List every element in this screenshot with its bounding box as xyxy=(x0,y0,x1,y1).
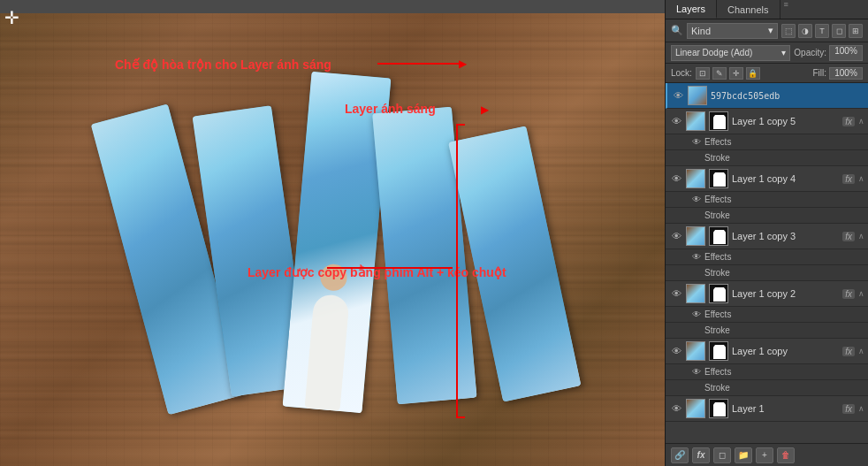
fx-badge-layer1: fx xyxy=(842,404,855,414)
layer-row-copy5[interactable]: 👁 Layer 1 copy 5 fx ∧ xyxy=(666,109,868,134)
panel-menu-icon[interactable]: ≡ xyxy=(784,0,788,19)
effects-eye-copy1[interactable]: 👁 xyxy=(692,367,701,377)
collapse-arrow-copy2[interactable]: ∧ xyxy=(858,289,864,298)
layer-row-copy2[interactable]: 👁 Layer 1 copy 2 fx ∧ xyxy=(666,281,868,307)
dropdown-arrow-icon: ▾ xyxy=(768,25,773,36)
layers-list: 👁 597bcdc505edb 👁 Layer 1 copy 5 fx ∧ 👁 … xyxy=(666,83,868,443)
layer-mask-copy4 xyxy=(709,169,728,188)
smart-filter-icon[interactable]: ⊞ xyxy=(849,24,863,38)
layer-row-copy4[interactable]: 👁 Layer 1 copy 4 fx ∧ xyxy=(666,166,868,192)
visibility-icon-copy3[interactable]: 👁 xyxy=(669,229,683,243)
layer-row-597[interactable]: 👁 597bcdc505edb xyxy=(666,83,868,109)
add-mask-button[interactable]: ◻ xyxy=(713,447,731,463)
layer-name-copy1: Layer 1 copy xyxy=(732,346,842,356)
pixel-filter-icon[interactable]: ⬚ xyxy=(781,24,796,38)
stroke-item-copy3[interactable]: Stroke xyxy=(666,265,868,281)
add-layer-style-button[interactable]: fx xyxy=(692,447,710,463)
search-icon: 🔍 xyxy=(671,25,683,36)
fx-badge-copy1: fx xyxy=(842,347,855,356)
visibility-icon-copy4[interactable]: 👁 xyxy=(669,172,683,186)
visibility-icon-copy1[interactable]: 👁 xyxy=(669,344,683,358)
collapse-arrow-copy3[interactable]: ∧ xyxy=(858,232,864,241)
visibility-icon-copy5[interactable]: 👁 xyxy=(669,114,683,128)
layer-name-copy2: Layer 1 copy 2 xyxy=(732,288,842,299)
lock-bar: Lock: ⊡ ✎ ✛ 🔒 Fill: 100% xyxy=(666,64,868,83)
layer-name-copy5: Layer 1 copy 5 xyxy=(732,116,842,126)
layers-bottom-toolbar: 🔗 fx ◻ 📁 + 🗑 xyxy=(666,443,868,466)
arrow-copy-to-brace xyxy=(327,267,453,269)
effects-item-copy2[interactable]: 👁 Effects xyxy=(666,307,868,323)
collapse-arrow-copy5[interactable]: ∧ xyxy=(858,117,864,126)
effects-eye-copy5[interactable]: 👁 xyxy=(692,137,701,147)
brace-copy-layers xyxy=(456,124,458,418)
collapse-arrow-layer1[interactable]: ∧ xyxy=(858,404,864,413)
layer-mask-copy5 xyxy=(709,111,728,131)
stroke-item-copy4[interactable]: Stroke xyxy=(666,208,868,224)
fx-badge-copy2: fx xyxy=(842,289,855,299)
delete-layer-button[interactable]: 🗑 xyxy=(777,447,795,463)
tab-channels[interactable]: Channels xyxy=(717,0,780,19)
type-filter-icon[interactable]: T xyxy=(815,24,829,38)
lock-icons-group: ⊡ ✎ ✛ 🔒 xyxy=(696,67,810,80)
canvas-area: ✛ xyxy=(0,0,665,466)
lock-position[interactable]: ✛ xyxy=(729,67,743,80)
filter-bar: 🔍 Kind ▾ ⬚ ◑ T ◻ ⊞ xyxy=(666,19,868,42)
layer-thumb-layer1 xyxy=(686,399,705,418)
layer-name-copy3: Layer 1 copy 3 xyxy=(732,231,842,241)
opacity-section: Opacity: 100% xyxy=(794,45,863,61)
layer-thumb-597 xyxy=(688,86,707,105)
panel-tabs: Layers Channels ≡ xyxy=(666,0,868,19)
layer-name-layer1: Layer 1 xyxy=(732,403,842,414)
opacity-input[interactable]: 100% xyxy=(829,45,863,61)
shape-filter-icon[interactable]: ◻ xyxy=(832,24,846,38)
new-layer-button[interactable]: + xyxy=(756,447,773,463)
arrow-blend-to-panel xyxy=(377,63,460,65)
lock-transparent-pixels[interactable]: ⊡ xyxy=(696,67,710,80)
lock-all[interactable]: 🔒 xyxy=(746,67,760,80)
effects-item-copy4[interactable]: 👁 Effects xyxy=(666,192,868,208)
fx-icons-copy2: fx ∧ xyxy=(842,289,864,299)
create-group-button[interactable]: 📁 xyxy=(735,447,752,463)
layer-mask-copy1 xyxy=(709,341,728,361)
layer-row-copy3[interactable]: 👁 Layer 1 copy 3 fx ∧ xyxy=(666,224,868,249)
ruler-top xyxy=(0,0,665,13)
effects-eye-copy3[interactable]: 👁 xyxy=(692,252,701,262)
filter-type-icons: ⬚ ◑ T ◻ ⊞ xyxy=(781,24,863,38)
cursor-crosshair: ✛ xyxy=(4,7,26,28)
collapse-arrow-copy1[interactable]: ∧ xyxy=(858,347,864,355)
fill-section: Fill: 100% xyxy=(812,67,863,80)
layer-row-layer1[interactable]: 👁 Layer 1 fx ∧ xyxy=(666,396,868,422)
stroke-item-copy1[interactable]: Stroke xyxy=(666,380,868,396)
visibility-icon-layer1[interactable]: 👁 xyxy=(669,401,683,416)
fx-icons-copy3: fx ∧ xyxy=(842,232,864,241)
effects-item-copy3[interactable]: 👁 Effects xyxy=(666,249,868,265)
layer-thumb-copy3 xyxy=(686,226,705,246)
stroke-item-copy5[interactable]: Stroke xyxy=(666,150,868,166)
layer-name-597: 597bcdc505edb xyxy=(711,91,864,101)
layer-mask-layer1 xyxy=(709,399,728,418)
layer-thumb-copy1 xyxy=(686,341,705,361)
layer-mask-copy3 xyxy=(709,226,728,246)
lock-image-pixels[interactable]: ✎ xyxy=(712,67,727,80)
link-layers-button[interactable]: 🔗 xyxy=(671,447,689,463)
fx-badge-copy3: fx xyxy=(842,232,855,241)
effects-item-copy1[interactable]: 👁 Effects xyxy=(666,364,868,380)
stroke-item-copy2[interactable]: Stroke xyxy=(666,323,868,339)
collapse-arrow-copy4[interactable]: ∧ xyxy=(858,174,864,183)
blend-mode-dropdown[interactable]: Linear Dodge (Add) ▾ xyxy=(671,45,790,61)
panels-area: Layers Channels ≡ 🔍 Kind ▾ ⬚ ◑ T ◻ ⊞ Lin… xyxy=(665,0,868,466)
blend-mode-bar: Linear Dodge (Add) ▾ Opacity: 100% xyxy=(666,42,868,64)
tab-layers[interactable]: Layers xyxy=(666,0,717,19)
visibility-icon-copy2[interactable]: 👁 xyxy=(669,286,683,301)
effects-eye-copy2[interactable]: 👁 xyxy=(692,309,701,319)
fill-input[interactable]: 100% xyxy=(829,67,863,80)
effects-item-copy5[interactable]: 👁 Effects xyxy=(666,134,868,150)
layer-name-copy4: Layer 1 copy 4 xyxy=(732,173,842,184)
layer-row-copy1[interactable]: 👁 Layer 1 copy fx ∧ xyxy=(666,339,868,364)
visibility-icon-597[interactable]: 👁 xyxy=(671,88,685,103)
effects-eye-copy4[interactable]: 👁 xyxy=(692,195,701,204)
kind-filter-dropdown[interactable]: Kind ▾ xyxy=(687,23,778,39)
photo-strips-composition xyxy=(18,27,656,457)
adjustment-filter-icon[interactable]: ◑ xyxy=(798,24,812,38)
layer-mask-copy2 xyxy=(709,284,728,303)
